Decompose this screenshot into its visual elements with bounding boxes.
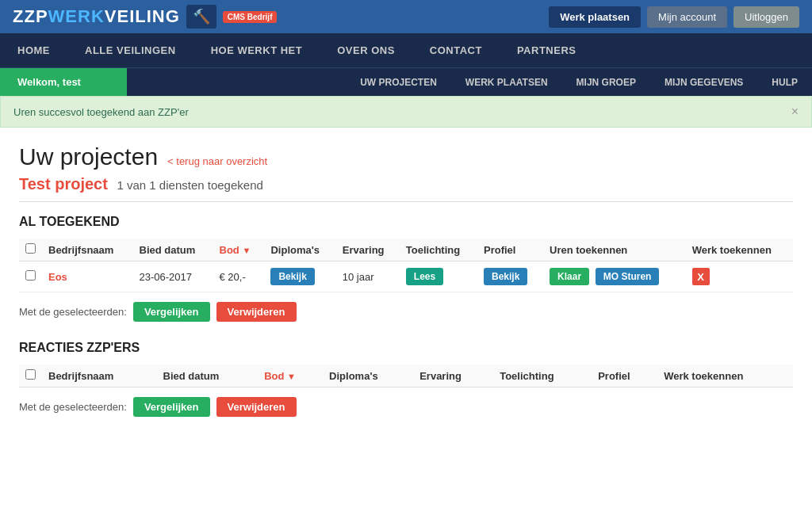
col-toelichting-1: Toelichting [400,239,477,262]
col-werk-toekennen-1: Werk toekennen [686,239,793,262]
mijn-account-button[interactable]: Mijn account [647,6,727,28]
al-toegekend-title: AL TOEGEKEND [19,215,793,229]
reacties-action-row: Met de geselecteerden: Vergelijken Verwi… [19,397,793,417]
sub-nav-uw-projecten[interactable]: UW PROJECTEN [346,69,451,96]
sort-arrow-2: ▼ [287,372,296,381]
col-bod-2[interactable]: Bod ▼ [258,365,323,387]
col-toelichting-2: Toelichting [493,365,592,387]
alert-success: Uren succesvol toegekend aan ZZP'er × [0,96,812,128]
col-profiel-1: Profiel [477,239,543,262]
top-header: ZZPWERKVEILING 🔨 CMS Bedrijf Werk plaats… [0,0,812,33]
back-link[interactable]: < terug naar overzicht [167,155,267,167]
action-prefix-1: Met de geselecteerden: [19,306,127,318]
uren-mo-sturen-button[interactable]: MO Sturen [596,268,660,285]
reacties-title: REACTIES ZZP'ERS [19,341,793,355]
cms-badge: CMS Bedrijf [223,11,278,23]
logo-hammer-icon: 🔨 [186,5,216,29]
col-profiel-2: Profiel [592,365,657,387]
nav-hoe-werkt-het[interactable]: HOE WERKT HET [193,33,320,67]
col-bied-datum-1: Bied datum [133,239,213,262]
logo: ZZPWERKVEILING [13,6,180,27]
col-diplomas-2: Diploma's [323,365,413,387]
col-bied-datum-2: Bied datum [157,365,259,387]
al-toegekend-table: Bedrijfsnaam Bied datum Bod ▼ Diploma's … [19,239,793,292]
nav-home[interactable]: HOME [0,33,67,67]
bid-date-eos: 23-06-2017 [133,262,213,292]
col-bod-1[interactable]: Bod ▼ [213,239,265,262]
col-werk-toekennen-2: Werk toekennen [657,365,793,387]
reacties-table: Bedrijfsnaam Bied datum Bod ▼ Diploma's … [19,365,793,387]
profiel-bekijk-button[interactable]: Bekijk [484,268,527,285]
project-name: Test project [19,175,108,193]
compare-button-2[interactable]: Vergelijken [133,397,210,417]
diplomas-bekijk-button[interactable]: Bekijk [270,268,314,285]
col-bedrijfsnaam-2: Bedrijfsnaam [42,365,157,387]
welcome-label: Welkom, test [0,68,127,96]
page-title-row: Uw projecten < terug naar overzicht [19,143,793,170]
al-toegekend-action-row: Met de geselecteerden: Vergelijken Verwi… [19,302,793,322]
delete-button-1[interactable]: Verwijderen [216,302,297,322]
project-subtitle: 1 van 1 diensten toegekend [117,178,263,192]
sub-nav-werk-plaatsen[interactable]: WERK PLAATSEN [451,69,562,96]
table-row: Eos 23-06-2017 € 20,- Bekijk 10 jaar Lee… [19,262,793,292]
col-ervaring-2: Ervaring [413,365,493,387]
werk-remove-button[interactable]: X [692,268,710,285]
main-nav: HOME ALLE VEILINGEN HOE WERKT HET OVER O… [0,33,812,67]
uren-klaar-button[interactable]: Klaar [550,268,589,285]
alert-close-button[interactable]: × [791,105,799,119]
col-diplomas-1: Diploma's [264,239,335,262]
werk-plaatsen-button[interactable]: Werk plaatsen [549,6,641,28]
col-uren-toekennen: Uren toekennen [543,239,686,262]
experience-eos: 10 jaar [336,262,400,292]
action-prefix-2: Met de geselecteerden: [19,401,127,413]
sub-nav-links: UW PROJECTEN WERK PLAATSEN MIJN GROEP MI… [346,69,812,96]
row-checkbox-eos[interactable] [25,270,36,281]
nav-contact[interactable]: CONTACT [412,33,500,67]
nav-partners[interactable]: PARTNERS [500,33,594,67]
nav-alle-veilingen[interactable]: ALLE VEILINGEN [67,33,193,67]
sort-arrow-1: ▼ [242,246,251,255]
toelichting-lees-button[interactable]: Lees [406,268,443,285]
col-ervaring-1: Ervaring [336,239,400,262]
company-link-eos[interactable]: Eos [48,271,67,283]
col-bedrijfsnaam-1: Bedrijfsnaam [42,239,133,262]
divider [19,201,793,202]
delete-button-2[interactable]: Verwijderen [216,397,297,417]
bid-amount-eos: € 20,- [213,262,265,292]
sub-nav-mijn-groep[interactable]: MIJN GROEP [562,69,650,96]
sub-nav-hulp[interactable]: HULP [757,69,812,96]
logo-area: ZZPWERKVEILING 🔨 CMS Bedrijf [13,5,277,29]
nav-over-ons[interactable]: OVER ONS [320,33,412,67]
sub-nav-mijn-gegevens[interactable]: MIJN GEGEVENS [650,69,757,96]
select-all-reacties-checkbox[interactable] [25,369,36,380]
alert-message: Uren succesvol toegekend aan ZZP'er [13,106,189,118]
uitloggen-button[interactable]: Uitloggen [733,6,799,28]
project-title-row: Test project 1 van 1 diensten toegekend [19,175,793,193]
header-buttons: Werk plaatsen Mijn account Uitloggen [549,6,799,28]
sub-nav: Welkom, test UW PROJECTEN WERK PLAATSEN … [0,67,812,96]
page-title: Uw projecten [19,143,158,170]
select-all-toegekend-checkbox[interactable] [25,243,36,254]
compare-button-1[interactable]: Vergelijken [133,302,210,322]
main-content: Uw projecten < terug naar overzicht Test… [0,128,812,452]
